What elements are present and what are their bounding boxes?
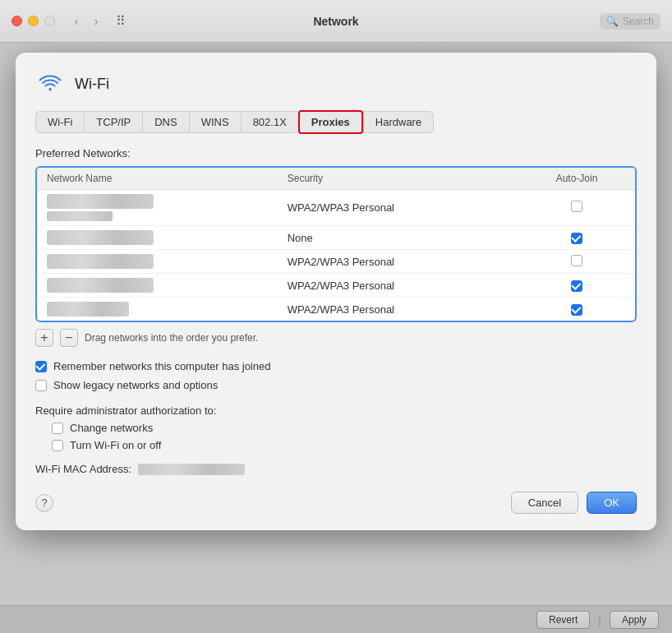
security-cell: None [278,226,518,250]
tab-hardware[interactable]: Hardware [363,111,434,133]
remember-networks-row: Remember networks this computer has join… [35,360,637,372]
preferred-networks-label: Preferred Networks: [35,147,637,159]
nav-arrows: ‹ › [68,13,104,30]
help-button[interactable]: ? [35,494,53,512]
show-legacy-checkbox[interactable] [35,380,47,391]
tab-tcpip[interactable]: TCP/IP [84,111,142,133]
turn-wifi-row: Turn Wi-Fi on or off [52,439,637,451]
minimize-button[interactable] [28,16,39,26]
auto-join-cell[interactable] [518,250,635,274]
taskbar-separator: | [598,613,601,626]
security-cell: WPA2/WPA3 Personal [278,298,518,321]
search-placeholder: Search [623,16,654,27]
remember-networks-label: Remember networks this computer has join… [53,360,270,372]
security-cell: WPA2/WPA3 Personal [278,274,518,298]
change-networks-label: Change networks [70,422,153,434]
col-network-name: Network Name [37,168,278,190]
ok-button[interactable]: OK [587,492,637,514]
security-cell: WPA2/WPA3 Personal [278,250,518,274]
auto-join-checkbox-3[interactable] [571,280,582,292]
table-row[interactable]: WPA2/WPA3 Personal [37,250,635,274]
tab-8021x[interactable]: 802.1X [241,111,298,133]
maximize-button [44,16,55,26]
show-legacy-row: Show legacy networks and options [35,379,637,391]
show-legacy-label: Show legacy networks and options [53,379,218,391]
network-name-cell [37,274,278,298]
auto-join-checkbox-0[interactable] [571,201,582,212]
remove-network-button[interactable]: − [60,329,78,347]
network-name-cell [37,190,278,226]
auto-join-checkbox-1[interactable] [571,233,582,244]
search-box[interactable]: 🔍 Search [600,13,660,30]
add-network-button[interactable]: + [35,329,53,347]
mac-address-row: Wi-Fi MAC Address: [35,463,637,475]
close-button[interactable] [12,16,22,26]
grid-icon[interactable]: ⠿ [116,13,126,29]
svg-point-0 [49,89,52,91]
auto-join-checkbox-2[interactable] [571,255,582,266]
search-icon: 🔍 [606,16,619,27]
tab-wins[interactable]: WINS [189,111,241,133]
auto-join-cell[interactable] [518,190,635,226]
network-name-cell [37,250,278,274]
network-name-cell [37,298,278,321]
change-networks-row: Change networks [52,422,637,434]
turn-wifi-label: Turn Wi-Fi on or off [70,439,161,451]
tab-dns[interactable]: DNS [142,111,188,133]
wifi-header: Wi-Fi [35,69,637,99]
tab-proxies[interactable]: Proxies [298,110,363,134]
networks-table: Network Name Security Auto-Join [37,168,635,321]
mac-address-label: Wi-Fi MAC Address: [35,463,131,475]
cancel-button[interactable]: Cancel [511,492,578,514]
table-row[interactable]: None [37,226,635,250]
apply-button[interactable]: Apply [610,611,659,629]
remember-networks-checkbox[interactable] [35,361,47,372]
dialog: Wi-Fi Wi-Fi TCP/IP DNS WINS 802.1X Proxi… [16,53,656,530]
bottom-bar: ? Cancel OK [35,492,637,514]
bottom-buttons: Cancel OK [511,492,637,514]
table-row[interactable]: WPA2/WPA3 Personal [37,274,635,298]
auto-join-cell[interactable] [518,226,635,250]
wifi-label: Wi-Fi [75,76,109,93]
change-networks-checkbox[interactable] [52,423,63,434]
wifi-icon [35,69,65,99]
col-security: Security [278,168,518,190]
table-header-row: Network Name Security Auto-Join [37,168,635,190]
tab-wifi[interactable]: Wi-Fi [35,111,84,133]
auto-join-checkbox-4[interactable] [571,304,582,316]
revert-button[interactable]: Revert [536,611,590,629]
tabs-container: Wi-Fi TCP/IP DNS WINS 802.1X Proxies Har… [35,110,637,134]
table-row[interactable]: WPA2/WPA3 Personal [37,190,635,226]
mac-address-value [138,464,245,475]
titlebar-title: Network [313,15,358,28]
table-row[interactable]: WPA2/WPA3 Personal [37,298,635,321]
col-auto-join: Auto-Join [518,168,635,190]
taskbar: Revert | Apply [0,605,672,633]
forward-arrow[interactable]: › [88,13,104,30]
titlebar: ‹ › ⠿ Network 🔍 Search [0,0,672,43]
table-actions: + − Drag networks into the order you pre… [35,329,637,347]
traffic-lights [12,16,55,26]
drag-hint: Drag networks into the order you prefer. [85,332,258,344]
turn-wifi-checkbox[interactable] [52,440,63,451]
security-cell: WPA2/WPA3 Personal [278,190,518,226]
require-auth-label: Require administrator authorization to: [35,404,637,417]
auto-join-cell[interactable] [518,298,635,321]
networks-table-wrapper: Network Name Security Auto-Join [35,166,637,322]
network-name-cell [37,226,278,250]
auto-join-cell[interactable] [518,274,635,298]
back-arrow[interactable]: ‹ [68,13,85,30]
